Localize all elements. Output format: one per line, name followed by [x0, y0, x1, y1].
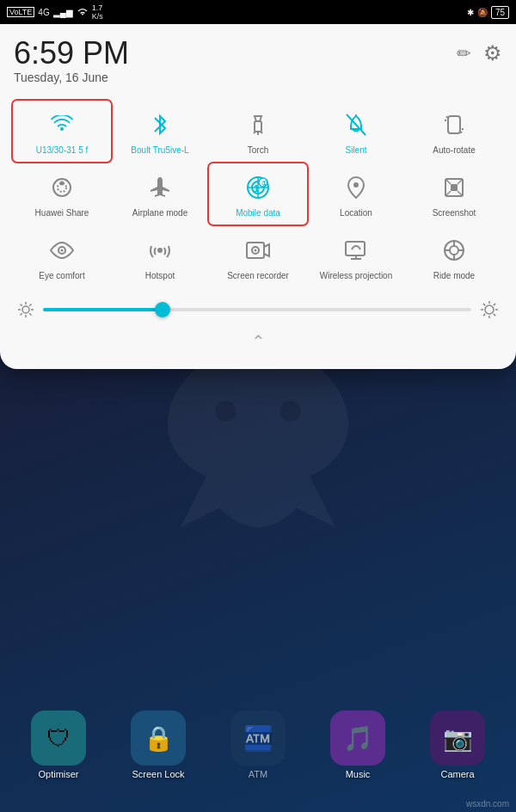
tile-screenrecorder[interactable]: Screen recorder [210, 227, 306, 286]
svg-rect-8 [448, 116, 460, 133]
tile-mobiledata[interactable]: 1 ① Mobile data [210, 164, 306, 224]
camera-label: Camera [440, 769, 474, 779]
dock-item-atm[interactable]: 🏧 ATM [230, 710, 286, 779]
svg-line-58 [483, 314, 485, 316]
hotspot-tile-label: Hotspot [145, 271, 175, 281]
datetime-block: 6:59 PM Tuesday, 16 June [14, 38, 129, 84]
silent-tile-label: Silent [345, 145, 366, 156]
tile-wirelessprojection[interactable]: Wireless projection [308, 227, 404, 286]
tile-autorotate[interactable]: Auto-rotate [406, 102, 502, 161]
music-icon: 🎵 [330, 710, 385, 766]
status-right: ✱ 🔕 75 [467, 6, 509, 19]
tile-huaweishare[interactable]: Huawei Share [14, 164, 110, 224]
svg-text:①: ① [261, 180, 267, 188]
brightness-thumb[interactable] [155, 302, 170, 317]
airplane-tile-label: Airplane mode [132, 208, 187, 218]
speed-indicator: 1.7K/s [92, 3, 103, 21]
settings-icon[interactable]: ⚙ [483, 41, 502, 65]
autorotate-tile-icon [438, 108, 470, 141]
tile-torch[interactable]: Torch [210, 102, 306, 161]
signal-4g: 4G [38, 8, 49, 17]
wirelessprojection-tile-label: Wireless projection [320, 271, 392, 281]
torch-tile-icon [242, 108, 274, 141]
brightness-row [14, 300, 502, 319]
panel-action-icons: ✏ ⚙ [457, 41, 502, 65]
svg-point-31 [255, 249, 257, 252]
wifi-tile-icon [46, 108, 78, 141]
brightness-track[interactable] [43, 308, 471, 311]
location-tile-icon [340, 171, 372, 204]
svg-point-28 [157, 248, 163, 253]
location-tile-label: Location [340, 208, 372, 218]
music-label: Music [346, 769, 371, 779]
notification-icon: 🔕 [477, 8, 488, 17]
camera-icon: 📷 [430, 710, 485, 766]
atm-icon: 🏧 [230, 710, 286, 766]
bluetooth-tile-label: Boult Tru5ive-L [131, 145, 188, 156]
svg-point-36 [450, 246, 458, 255]
tile-hotspot[interactable]: Hotspot [112, 227, 208, 286]
screenshot-tile-icon [438, 171, 470, 204]
airplane-tile-icon [144, 171, 176, 204]
edit-icon[interactable]: ✏ [457, 43, 471, 64]
tile-wifi[interactable]: U13/30-31 5 f [14, 102, 110, 161]
dock-row: 🛡 Optimiser 🔒 Screen Lock 🏧 ATM 🎵 Music … [9, 710, 507, 779]
svg-line-55 [483, 304, 485, 305]
svg-point-19 [353, 182, 359, 188]
tile-silent[interactable]: Silent [308, 102, 404, 161]
screenlock-icon: 🔒 [131, 710, 186, 766]
svg-point-50 [485, 305, 494, 314]
hotspot-tile-icon [144, 234, 176, 267]
svg-point-0 [216, 401, 236, 421]
dock-area: 🛡 Optimiser 🔒 Screen Lock 🏧 ATM 🎵 Music … [0, 693, 516, 812]
svg-rect-2 [255, 121, 261, 132]
optimiser-icon: 🛡 [31, 710, 86, 766]
tile-eyecomfort[interactable]: Eye comfort [14, 227, 110, 286]
huaweishare-tile-label: Huawei Share [35, 208, 89, 218]
panel-time: 6:59 PM [14, 38, 129, 69]
bluetooth-tile-icon [144, 108, 176, 141]
status-left: VoLTE 4G ▂▄▆ 1.7K/s [7, 3, 103, 21]
svg-point-1 [280, 401, 301, 421]
mobiledata-tile-icon: 1 ① [242, 171, 274, 204]
svg-line-49 [21, 313, 22, 315]
svg-line-47 [29, 313, 31, 315]
tile-bluetooth[interactable]: Boult Tru5ive-L [112, 102, 208, 161]
torch-tile-label: Torch [248, 145, 268, 156]
svg-line-57 [494, 304, 495, 305]
screenrecorder-tile-label: Screen recorder [227, 271, 289, 281]
eyecomfort-tile-label: Eye comfort [39, 271, 84, 281]
huaweishare-tile-icon [46, 171, 78, 204]
dock-item-screenlock[interactable]: 🔒 Screen Lock [131, 710, 186, 779]
quick-tiles-grid: U13/30-31 5 f Boult Tru5ive-L [14, 102, 502, 286]
dock-item-camera[interactable]: 📷 Camera [430, 710, 485, 779]
svg-line-48 [29, 304, 31, 306]
tile-airplane[interactable]: Airplane mode [112, 164, 208, 224]
screenshot-tile-label: Screenshot [433, 208, 476, 218]
autorotate-tile-label: Auto-rotate [433, 145, 475, 156]
panel-header: 6:59 PM Tuesday, 16 June ✏ ⚙ [14, 38, 502, 84]
volte-indicator: VoLTE [7, 7, 34, 17]
brightness-low-icon [17, 301, 34, 318]
svg-line-4 [254, 132, 255, 133]
brightness-fill [43, 308, 163, 311]
tile-location[interactable]: Location [308, 164, 404, 224]
panel-chevron[interactable]: ⌃ [14, 331, 502, 352]
atm-label: ATM [249, 769, 267, 779]
svg-point-27 [61, 249, 64, 252]
tile-ridemode[interactable]: Ride mode [406, 227, 502, 286]
eyecomfort-tile-icon [46, 234, 78, 267]
silent-tile-icon [340, 108, 372, 141]
svg-point-41 [22, 306, 29, 313]
svg-line-46 [21, 304, 22, 306]
svg-line-56 [494, 314, 495, 316]
optimiser-label: Optimiser [38, 769, 78, 779]
dock-item-optimiser[interactable]: 🛡 Optimiser [31, 710, 86, 779]
wifi-tile-label: U13/30-31 5 f [36, 145, 89, 156]
ridemode-tile-icon [438, 234, 470, 267]
dock-item-music[interactable]: 🎵 Music [330, 710, 385, 779]
wirelessprojection-tile-icon [340, 234, 372, 267]
chevron-up-icon[interactable]: ⌃ [251, 331, 266, 352]
tile-screenshot[interactable]: Screenshot [406, 164, 502, 224]
status-bar: VoLTE 4G ▂▄▆ 1.7K/s ✱ 🔕 75 [0, 0, 516, 24]
